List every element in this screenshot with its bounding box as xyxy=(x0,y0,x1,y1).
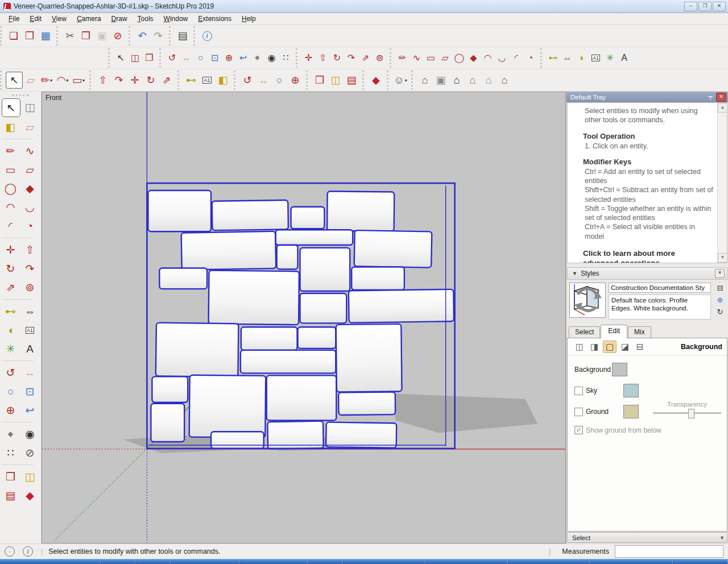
dimension-button[interactable]: ⇔ xyxy=(560,51,574,65)
stone[interactable] xyxy=(209,271,299,325)
scale-button[interactable]: ⇗ xyxy=(159,72,175,88)
rectangle-button[interactable]: ▭ xyxy=(2,161,19,179)
geolocation-icon[interactable]: ◦ xyxy=(5,546,15,557)
three-d-text-button[interactable]: A xyxy=(617,51,631,65)
face-settings-icon[interactable]: ◨ xyxy=(588,341,601,353)
line-dropdown-icon[interactable]: ▾ xyxy=(50,78,52,83)
scale-button[interactable]: ⇗ xyxy=(358,51,373,65)
menu-tools[interactable]: Tools xyxy=(133,14,159,24)
line-button[interactable]: ✏ xyxy=(395,51,410,65)
three-d-warehouse-button[interactable]: ❒ xyxy=(312,72,328,88)
erase-button[interactable]: ⊘ xyxy=(110,28,126,44)
pie-button[interactable]: ◔ xyxy=(523,51,537,65)
stone[interactable] xyxy=(211,432,264,449)
edge-settings-icon[interactable]: ◫ xyxy=(573,341,586,353)
copy-button[interactable]: ❐ xyxy=(78,28,94,44)
save-button[interactable]: ▦ xyxy=(38,28,53,44)
rectangle-button[interactable]: ▭ xyxy=(424,51,438,65)
freehand-button[interactable]: ∿ xyxy=(21,142,39,160)
transparency-slider-thumb[interactable] xyxy=(688,409,694,418)
rotated-rectangle-button[interactable]: ▱ xyxy=(438,51,452,65)
new-button[interactable]: ❏ xyxy=(6,28,22,44)
arc-dropdown-icon[interactable]: ▾ xyxy=(66,78,68,83)
view-right-button[interactable]: ⌂ xyxy=(465,72,481,88)
menu-edit[interactable]: Edit xyxy=(24,14,47,24)
extension-warehouse-button[interactable]: ◆ xyxy=(21,487,39,504)
ground-checkbox[interactable] xyxy=(574,408,583,416)
taskbar-button[interactable] xyxy=(673,559,728,564)
polygon-button[interactable]: ◆ xyxy=(21,180,39,197)
maximize-button[interactable]: ❐ xyxy=(698,2,712,11)
send-to-layout-button[interactable]: ▤ xyxy=(344,72,359,88)
arc-button[interactable]: ◠ xyxy=(2,198,19,216)
taskbar-button[interactable] xyxy=(171,559,239,564)
scroll-down-icon[interactable]: ▼ xyxy=(718,253,727,263)
taskbar-button[interactable] xyxy=(239,559,308,564)
three-d-text-button[interactable]: A xyxy=(21,340,39,358)
stone[interactable] xyxy=(326,422,396,448)
push-pull-button[interactable]: ⇧ xyxy=(95,72,111,88)
minimize-button[interactable]: ‒ xyxy=(684,2,697,11)
zoom-button[interactable]: ○ xyxy=(2,383,19,400)
select-button[interactable]: ↖ xyxy=(2,98,20,117)
menu-extensions[interactable]: Extensions xyxy=(193,14,237,24)
zoom-window-button[interactable]: ⊡ xyxy=(21,383,39,400)
scale-button[interactable]: ⇗ xyxy=(2,279,19,296)
sign-in-dropdown-icon[interactable]: ▾ xyxy=(405,78,407,83)
position-camera-button[interactable]: ⌖ xyxy=(2,425,19,443)
eraser-button[interactable]: ▱ xyxy=(23,72,39,88)
stone[interactable] xyxy=(156,323,239,378)
stone[interactable] xyxy=(148,190,211,231)
tape-measure-button[interactable]: ⊷ xyxy=(546,51,560,65)
pan-button[interactable]: ↔ xyxy=(21,364,39,381)
stone[interactable] xyxy=(298,327,336,349)
three-d-warehouse-button[interactable]: ❒ xyxy=(2,468,19,486)
line-button[interactable]: ✏ xyxy=(2,142,19,160)
sky-color-swatch[interactable] xyxy=(623,384,639,397)
make-component-button[interactable]: ◫ xyxy=(21,98,39,116)
stone[interactable] xyxy=(276,230,353,245)
two-point-arc-button[interactable]: ◡ xyxy=(495,51,509,65)
transparency-slider[interactable] xyxy=(653,412,721,414)
stone[interactable] xyxy=(181,231,276,270)
make-group-button[interactable]: ❒ xyxy=(142,51,156,65)
stone[interactable] xyxy=(300,248,350,291)
orbit-button[interactable]: ↺ xyxy=(239,72,255,88)
taskbar-button[interactable] xyxy=(343,559,425,564)
offset-button[interactable]: ⊚ xyxy=(21,279,39,296)
stone[interactable] xyxy=(354,230,432,268)
scroll-up-icon[interactable]: ▲ xyxy=(718,103,727,113)
paint-bucket-button[interactable]: ◧ xyxy=(215,72,231,88)
orbit-button[interactable]: ↺ xyxy=(2,364,19,381)
taskbar-button[interactable] xyxy=(590,559,673,564)
arc-button[interactable]: ◠ xyxy=(481,51,495,65)
show-secondary-pane-icon[interactable]: ⊟ xyxy=(715,283,725,293)
close-button[interactable]: ✕ xyxy=(713,2,726,11)
taskbar-button[interactable] xyxy=(135,559,170,564)
stone[interactable] xyxy=(277,245,298,269)
paste-button[interactable]: ▣ xyxy=(94,28,110,44)
style-name-input[interactable] xyxy=(609,283,711,293)
follow-me-button[interactable]: ↷ xyxy=(344,51,358,65)
orbit-button[interactable]: ↺ xyxy=(165,51,179,65)
info-icon[interactable]: i xyxy=(23,546,33,557)
line-button[interactable]: ✏▾ xyxy=(39,72,55,88)
rotated-rectangle-button[interactable]: ▱ xyxy=(21,161,39,179)
stone[interactable] xyxy=(241,350,336,374)
modeling-settings-icon[interactable]: ⊟ xyxy=(634,341,646,353)
push-pull-button[interactable]: ⇧ xyxy=(316,51,330,65)
menu-draw[interactable]: Draw xyxy=(106,14,133,24)
rotate-button[interactable]: ↻ xyxy=(2,260,19,277)
background-color-swatch[interactable] xyxy=(612,363,627,376)
protractor-button[interactable]: ◖ xyxy=(574,51,589,65)
zoom-button[interactable]: ○ xyxy=(193,51,208,65)
stone[interactable] xyxy=(152,376,188,402)
taskbar-button[interactable] xyxy=(101,559,135,564)
pie-button[interactable]: ◔ xyxy=(21,217,39,235)
zoom-previous-button[interactable]: ↩ xyxy=(236,51,250,65)
stone[interactable] xyxy=(327,192,394,231)
stone[interactable] xyxy=(189,375,266,438)
move-button[interactable]: ✛ xyxy=(127,72,143,88)
menu-window[interactable]: Window xyxy=(159,14,193,24)
ground-color-swatch[interactable] xyxy=(623,405,639,418)
